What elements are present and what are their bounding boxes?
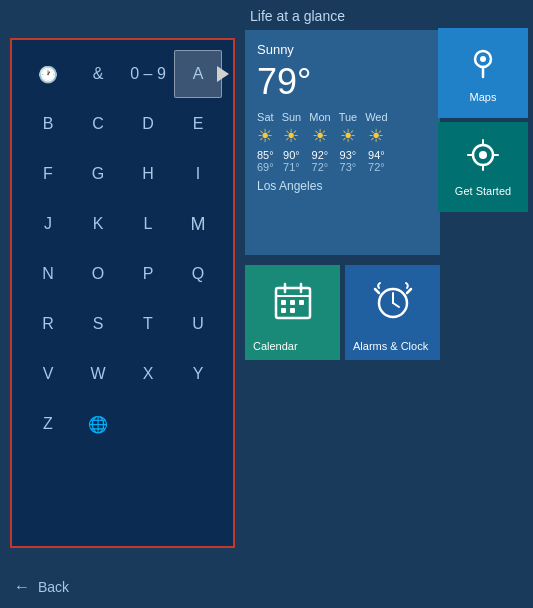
alpha-cell-globe[interactable]: 🌐 <box>74 400 122 448</box>
get-started-icon <box>465 137 501 181</box>
maps-icon <box>465 43 501 87</box>
range-label: 0 – 9 <box>130 65 166 83</box>
alpha-cell-clock[interactable]: 🕐 <box>24 50 72 98</box>
cursor-indicator <box>217 66 229 82</box>
alpha-grid: 🕐 & 0 – 9 A B C D E F G H I J K <box>24 50 221 448</box>
alpha-cell-G[interactable]: G <box>74 150 122 198</box>
svg-line-19 <box>393 303 399 307</box>
alpha-cell-H[interactable]: H <box>124 150 172 198</box>
a-label: A <box>193 65 204 83</box>
section-label: Life at a glance <box>245 0 533 30</box>
svg-rect-12 <box>281 300 286 305</box>
alpha-cell-ampersand[interactable]: & <box>74 50 122 98</box>
alpha-cell-N[interactable]: N <box>24 250 72 298</box>
alpha-cell-Q[interactable]: Q <box>174 250 222 298</box>
alpha-cell-V[interactable]: V <box>24 350 72 398</box>
alpha-cell-A[interactable]: A <box>174 50 222 98</box>
get-started-label: Get Started <box>455 185 511 197</box>
bottom-tiles-row: Calendar Alarms & Clock <box>245 265 533 360</box>
sun-icon-tue: ☀ <box>340 125 356 147</box>
weather-condition: Sunny <box>257 42 428 57</box>
svg-point-7 <box>479 151 487 159</box>
weather-day-mon: Mon ☀ 92° 72° <box>309 111 330 173</box>
weather-temp: 79° <box>257 61 428 103</box>
weather-days: Sat ☀ 85° 69° Sun ☀ 90° 71° <box>257 111 428 173</box>
weather-location: Los Angeles <box>257 179 428 193</box>
alpha-cell-D[interactable]: D <box>124 100 172 148</box>
screen: 🕐 & 0 – 9 A B C D E F G H I J K <box>0 0 533 608</box>
get-started-tile[interactable]: Get Started <box>438 122 528 212</box>
alarms-tile[interactable]: Alarms & Clock <box>345 265 440 360</box>
alpha-cell-T[interactable]: T <box>124 300 172 348</box>
tiles-area: Sunny 79° Sat ☀ 85° 69° Sun ☀ <box>245 30 533 260</box>
weather-day-sun: Sun ☀ 90° 71° <box>282 111 302 173</box>
alpha-cell-Y[interactable]: Y <box>174 350 222 398</box>
maps-tile[interactable]: Maps <box>438 28 528 118</box>
alpha-cell-E[interactable]: E <box>174 100 222 148</box>
sun-icon-mon: ☀ <box>312 125 328 147</box>
weather-day-sat: Sat ☀ 85° 69° <box>257 111 274 173</box>
svg-rect-15 <box>281 308 286 313</box>
alpha-cell-B[interactable]: B <box>24 100 72 148</box>
weather-day-wed: Wed ☀ 94° 72° <box>365 111 387 173</box>
weather-day-tue: Tue ☀ 93° 73° <box>339 111 358 173</box>
clock-icon: 🕐 <box>38 65 58 84</box>
svg-rect-14 <box>299 300 304 305</box>
back-label: Back <box>38 579 69 595</box>
right-panel: Life at a glance Sunny 79° Sat ☀ 85° 69° <box>245 0 533 608</box>
ampersand-label: & <box>93 65 104 83</box>
alpha-cell-I[interactable]: I <box>174 150 222 198</box>
alpha-cell-09[interactable]: 0 – 9 <box>124 50 172 98</box>
alpha-cell-L[interactable]: L <box>124 200 172 248</box>
back-arrow-icon: ← <box>14 578 30 596</box>
alarms-label: Alarms & Clock <box>345 340 440 352</box>
calendar-label: Calendar <box>245 340 340 352</box>
alpha-cell-P[interactable]: P <box>124 250 172 298</box>
alpha-cell-R[interactable]: R <box>24 300 72 348</box>
svg-rect-16 <box>290 308 295 313</box>
sun-icon-sat: ☀ <box>257 125 273 147</box>
alpha-cell-S[interactable]: S <box>74 300 122 348</box>
alpha-cell-K[interactable]: K <box>74 200 122 248</box>
globe-icon: 🌐 <box>88 415 108 434</box>
sun-icon-wed: ☀ <box>368 125 384 147</box>
maps-label: Maps <box>470 91 497 103</box>
alpha-cell-U[interactable]: U <box>174 300 222 348</box>
alpha-cell-C[interactable]: C <box>74 100 122 148</box>
svg-point-1 <box>480 56 486 62</box>
svg-rect-13 <box>290 300 295 305</box>
alpha-cell-F[interactable]: F <box>24 150 72 198</box>
alpha-cell-W[interactable]: W <box>74 350 122 398</box>
alpha-cell-empty1 <box>124 400 172 448</box>
calendar-icon <box>245 265 340 336</box>
weather-tile[interactable]: Sunny 79° Sat ☀ 85° 69° Sun ☀ <box>245 30 440 255</box>
alpha-cell-J[interactable]: J <box>24 200 72 248</box>
alpha-cell-Z[interactable]: Z <box>24 400 72 448</box>
sun-icon-sun: ☀ <box>283 125 299 147</box>
calendar-tile[interactable]: Calendar <box>245 265 340 360</box>
alpha-cell-X[interactable]: X <box>124 350 172 398</box>
right-tiles-column: Maps Get Started <box>438 28 533 212</box>
alpha-cell-empty2 <box>174 400 222 448</box>
alpha-panel: 🕐 & 0 – 9 A B C D E F G H I J K <box>10 38 235 548</box>
back-button[interactable]: ← Back <box>14 578 69 596</box>
alarms-icon <box>345 265 440 336</box>
alpha-cell-M[interactable]: M <box>174 200 222 248</box>
alpha-cell-O[interactable]: O <box>74 250 122 298</box>
